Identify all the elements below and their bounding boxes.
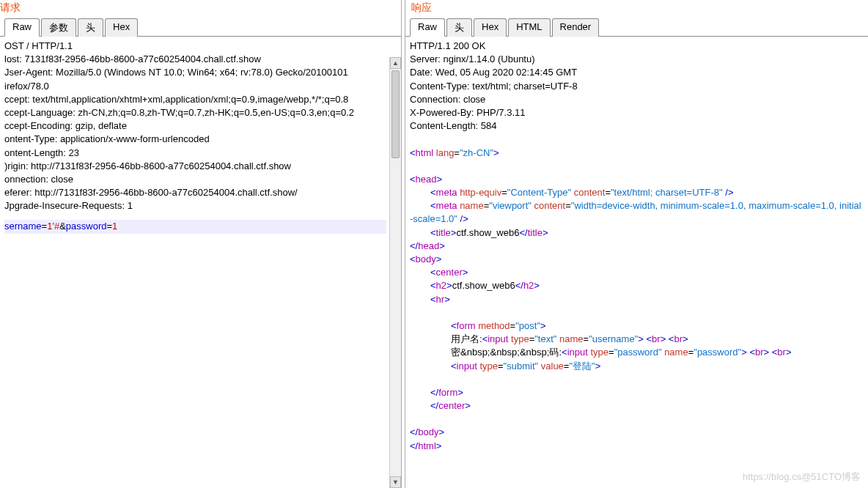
req-line: ontent-Type: application/x-www-form-urle… <box>4 133 386 146</box>
request-pane: 请求 Raw 参数 头 Hex OST / HTTP/1.1 lost: 713… <box>0 0 401 488</box>
html-line: </center> <box>410 399 864 413</box>
res-header: Server: nginx/1.14.0 (Ubuntu) <box>410 53 864 66</box>
tab-render[interactable]: Render <box>552 18 600 37</box>
html-line: <title>ctf.show_web6</title> <box>410 226 864 240</box>
html-line: <meta name="viewport" content="width=dev… <box>410 199 864 226</box>
html-line: <head> <box>410 173 864 186</box>
request-body: sername=1'#&password=1 <box>4 220 386 233</box>
html-line: </body> <box>410 426 864 439</box>
res-header: X-Powered-By: PHP/7.3.11 <box>410 106 864 119</box>
html-line: <meta http-equiv="Content-Type" content=… <box>410 186 864 199</box>
param-key: sername <box>4 221 42 232</box>
res-header: Connection: close <box>410 93 864 106</box>
req-line: irefox/78.0 <box>4 80 386 93</box>
res-header: HTTP/1.1 200 OK <box>410 40 864 53</box>
html-line: <html lang="zh-CN"> <box>410 147 864 160</box>
blank <box>410 160 864 173</box>
tab-raw[interactable]: Raw <box>4 18 40 37</box>
req-line: ccept: text/html,application/xhtml+xml,a… <box>4 93 386 106</box>
scrollbar[interactable]: ▲ ▼ <box>389 57 401 488</box>
req-line: )rigin: http://7131f83f-2956-46bb-8600-a… <box>4 160 386 173</box>
blank <box>410 413 864 426</box>
blank <box>410 373 864 386</box>
html-line: 密&nbsp;&nbsp;&nbsp;码:<input type="passwo… <box>410 346 864 359</box>
response-pane: 响应 Raw 头 Hex HTML Render HTTP/1.1 200 OK… <box>405 0 868 488</box>
param-key: password <box>66 221 107 232</box>
tab-hex[interactable]: Hex <box>474 18 507 37</box>
tab-headers[interactable]: 头 <box>78 18 103 37</box>
html-line: </head> <box>410 240 864 253</box>
html-line: </form> <box>410 386 864 399</box>
html-line: <form method="post"> <box>410 319 864 333</box>
res-header: Date: Wed, 05 Aug 2020 02:14:45 GMT <box>410 66 864 79</box>
html-line: <hr> <box>410 293 864 306</box>
scroll-up-icon[interactable]: ▲ <box>390 57 401 69</box>
res-header: Content-Type: text/html; charset=UTF-8 <box>410 80 864 93</box>
html-line: <body> <box>410 253 864 266</box>
tab-params[interactable]: 参数 <box>41 18 76 37</box>
html-line: </html> <box>410 440 864 453</box>
req-line: Jser-Agent: Mozilla/5.0 (Windows NT 10.0… <box>4 66 386 79</box>
scroll-down-icon[interactable]: ▼ <box>390 476 401 488</box>
req-line: OST / HTTP/1.1 <box>4 40 386 53</box>
html-line: <center> <box>410 266 864 279</box>
response-title: 响应 <box>405 0 868 18</box>
html-line: <h2>ctf.show_web6</h2> <box>410 279 864 292</box>
tab-headers[interactable]: 头 <box>446 18 472 37</box>
req-line: lost: 7131f83f-2956-46bb-8600-a77c602540… <box>4 53 386 66</box>
res-header: Content-Length: 584 <box>410 119 864 133</box>
blank <box>410 306 864 319</box>
req-line: ccept-Language: zh-CN,zh;q=0.8,zh-TW;q=0… <box>4 106 386 119</box>
req-line: Jpgrade-Insecure-Requests: 1 <box>4 199 386 212</box>
param-val: 1 <box>112 221 117 232</box>
tab-html[interactable]: HTML <box>508 18 550 37</box>
html-line: 用户名:<input type="text" name="username"> … <box>410 333 864 346</box>
request-title: 请求 <box>0 0 401 18</box>
html-line: <input type="submit" value="登陆"> <box>410 360 864 373</box>
scroll-thumb[interactable] <box>391 70 400 158</box>
request-content[interactable]: OST / HTTP/1.1 lost: 7131f83f-2956-46bb-… <box>0 37 401 488</box>
response-content[interactable]: HTTP/1.1 200 OK Server: nginx/1.14.0 (Ub… <box>405 37 868 488</box>
response-tabs: Raw 头 Hex HTML Render <box>405 18 868 37</box>
blank <box>410 133 864 146</box>
req-line: ccept-Encoding: gzip, deflate <box>4 119 386 133</box>
param-val: 1'# <box>47 221 59 232</box>
tab-hex[interactable]: Hex <box>105 18 138 37</box>
tab-raw[interactable]: Raw <box>410 18 445 37</box>
req-line: onnection: close <box>4 173 386 186</box>
request-tabs: Raw 参数 头 Hex <box>0 18 401 37</box>
req-line: eferer: http://7131f83f-2956-46bb-8600-a… <box>4 186 386 199</box>
req-line: ontent-Length: 23 <box>4 147 386 160</box>
